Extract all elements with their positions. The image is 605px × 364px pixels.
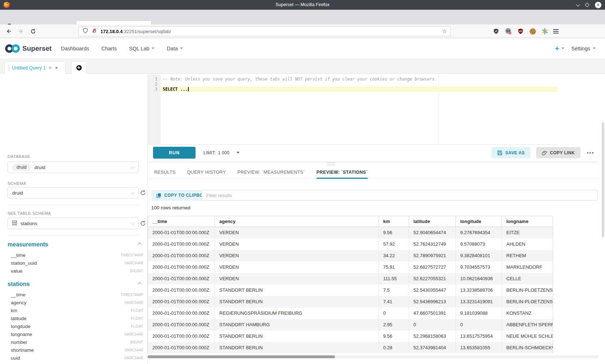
column-row: agencyVARCHAR (8, 299, 143, 306)
menu-hamburger-icon[interactable] (553, 29, 561, 33)
bookmark-star-icon[interactable]: ☆ (442, 28, 447, 35)
query-status-dot (49, 66, 52, 69)
superset-logo[interactable]: Superset (4, 43, 51, 54)
url-path: :32251/superset/sqllab/ (122, 29, 171, 34)
window-close-icon[interactable]: × (595, 2, 601, 8)
column-type: VARCHAR (124, 261, 143, 265)
table-cell: EITZE (502, 227, 553, 238)
column-row: station_uuidVARCHAR (8, 259, 143, 267)
table-cell: 13.6517575954 (456, 331, 502, 342)
table-cell: 2000-01-01T00:00:00.000Z (148, 250, 215, 261)
table-schema-select[interactable]: stations (8, 218, 139, 229)
shield-icon[interactable] (82, 28, 88, 35)
settings-menu[interactable]: Settings (572, 46, 596, 51)
sql-comment-line: -- Note: Unless you save your query, the… (161, 77, 557, 82)
url-text[interactable]: 172.18.0.4:32251/superset/sqllab/ (100, 29, 171, 34)
insecure-lock-icon[interactable] (91, 28, 97, 35)
extension-asterisk-icon[interactable] (541, 28, 549, 35)
extension-mask-icon[interactable] (504, 28, 512, 35)
query-tab-untitled-1[interactable]: Untitled Query 1 × (4, 61, 66, 74)
table-cell: STANDORT BERLIN (215, 342, 379, 354)
save-as-button[interactable]: SAVE AS (492, 147, 530, 158)
database-select[interactable]: druid druid (8, 161, 139, 173)
table-cell: VERDEN (215, 238, 379, 250)
table-cell: BERLIN-SCHMOECKWITZ (502, 342, 553, 354)
window-restore-icon[interactable] (585, 3, 590, 7)
table-cell: VERDEN (215, 250, 379, 261)
editor-code-area[interactable]: -- Note: Unless you save your query, the… (161, 77, 557, 92)
table-cell: 9.2767694354 (456, 227, 502, 238)
column-type: VARCHAR (124, 348, 143, 352)
results-table-container[interactable]: __timeagencykmlatitudelongitudelongname … (148, 216, 599, 353)
column-header[interactable]: agency (215, 216, 379, 227)
column-name: __time (11, 292, 26, 297)
schema-table-stations: stations__timeTIMESTAMPagencyVARCHARkmFL… (8, 280, 143, 364)
column-header[interactable]: km (379, 216, 409, 227)
column-header[interactable]: __time (148, 216, 215, 227)
table-cell: 52.7890975921 (409, 250, 456, 261)
results-tab-1[interactable]: RESULTS (154, 167, 176, 179)
run-button[interactable]: RUN (153, 147, 196, 159)
nav-sql-lab[interactable]: SQL Lab (129, 46, 154, 51)
extension-cookie-icon[interactable] (529, 28, 537, 35)
table-row: 2000-01-01T00:00:00.000ZSTANDORT BERLIN7… (148, 285, 553, 296)
table-cell: 2000-01-01T00:00:00.000Z (148, 238, 215, 250)
url-bar[interactable]: 172.18.0.4:32251/superset/sqllab/ ☆ (79, 26, 451, 36)
column-type: FLOAT (131, 308, 143, 313)
reload-icon[interactable] (29, 27, 37, 36)
column-header[interactable]: longitude (456, 216, 502, 227)
extension-shield-icon[interactable] (492, 28, 500, 35)
table-cell: CELLE (502, 273, 553, 285)
table-cell: STANDORT BERLIN (215, 296, 379, 308)
page-scrollbar-thumb[interactable] (602, 122, 604, 237)
schema-table-header[interactable]: measurements (8, 240, 143, 249)
results-tab-4[interactable]: PREVIEW: `STATIONS` (317, 167, 368, 179)
nav-data[interactable]: Data (167, 46, 183, 51)
refresh-table-icon[interactable] (140, 220, 146, 227)
table-cell: 52.6227055321 (409, 273, 456, 285)
table-row: 2000-01-01T00:00:00.000ZVERDEN9.5652.904… (148, 227, 553, 238)
column-header[interactable]: longname (502, 216, 553, 227)
horizontal-scrollbar-thumb[interactable] (148, 355, 335, 358)
column-header[interactable]: latitude (409, 216, 456, 227)
extension-ublock-icon[interactable]: uO (516, 28, 524, 35)
refresh-schema-icon[interactable] (140, 190, 146, 196)
rows-returned-label: 100 rows returned (151, 205, 191, 210)
plus-circle-icon (76, 65, 82, 70)
window-minimize-icon[interactable] (576, 2, 580, 6)
column-type: TIMESTAMP (121, 292, 143, 297)
collapse-chevron-icon[interactable] (138, 282, 142, 286)
nav-charts[interactable]: Charts (102, 46, 117, 51)
add-query-tab-button[interactable] (71, 61, 86, 74)
results-tab-3[interactable]: PREVIEW: `MEASUREMENTS` (237, 167, 305, 179)
collapse-chevron-icon[interactable] (138, 242, 142, 246)
database-label: DATABASE (8, 154, 30, 159)
nav-dashboards[interactable]: Dashboards (61, 46, 89, 51)
drag-handle-icon[interactable] (8, 65, 9, 70)
filter-results-input[interactable] (202, 190, 598, 201)
editor-toolbar: RUN LIMIT: 1 000 SAVE AS COPY LINK (148, 147, 599, 159)
table-cell: 0 (456, 319, 502, 331)
query-tab-close-icon[interactable]: × (55, 65, 58, 70)
copy-link-button[interactable]: COPY LINK (536, 147, 581, 158)
pane-resize-handle[interactable] (327, 163, 335, 165)
table-cell: 2000-01-01T00:00:00.000Z (148, 331, 215, 342)
schema-select[interactable]: druid (8, 187, 139, 199)
schema-table-header[interactable]: stations (8, 280, 143, 288)
copy-icon (156, 193, 161, 198)
table-row: 2000-01-01T00:00:00.000ZSTANDORT HAMBURG… (148, 319, 553, 331)
table-cell: 2000-01-01T00:00:00.000Z (148, 308, 215, 319)
sql-editor[interactable]: 1 2 3 -- Note: Unless you save your quer… (148, 74, 557, 145)
table-cell: STANDORT BERLIN (215, 285, 379, 296)
table-cell: 52.2968158063 (409, 331, 456, 342)
add-new-button[interactable]: + (555, 45, 564, 52)
table-cell: 2000-01-01T00:00:00.000Z (148, 261, 215, 273)
more-options-icon[interactable] (586, 150, 594, 156)
column-name: longname (11, 332, 32, 337)
table-cell: 9.56 (379, 331, 409, 342)
back-icon[interactable] (4, 27, 13, 36)
forward-icon[interactable] (17, 27, 25, 36)
results-tab-2[interactable]: QUERY HISTORY (187, 167, 226, 179)
table-cell: 111.55 (379, 273, 409, 285)
limit-control[interactable]: LIMIT: 1 000 (203, 147, 239, 159)
